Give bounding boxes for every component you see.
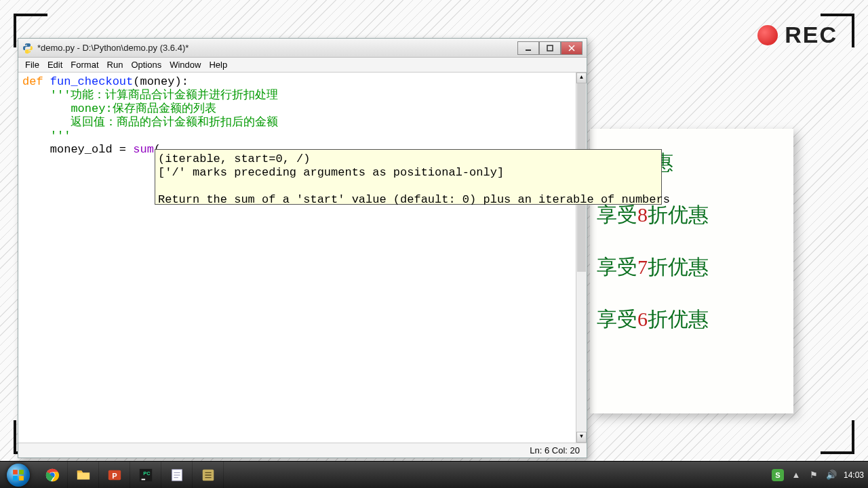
frame-corner-br — [821, 420, 854, 454]
start-button[interactable] — [0, 462, 37, 489]
menu-file[interactable]: File — [25, 60, 39, 70]
minimize-button[interactable] — [517, 41, 539, 55]
menu-edit[interactable]: Edit — [47, 60, 62, 70]
taskbar-powerpoint[interactable]: P — [99, 462, 130, 488]
clock[interactable]: 14:03 — [844, 470, 864, 480]
menubar: File Edit Format Run Options Window Help — [18, 58, 587, 73]
powerpoint-icon: P — [107, 468, 122, 483]
scroll-track[interactable] — [576, 83, 587, 432]
scroll-down-button[interactable]: ▼ — [576, 432, 587, 443]
menu-format[interactable]: Format — [71, 60, 98, 70]
code-editor[interactable]: def fun_checkout(money): '''功能：计算商品合计金额并… — [18, 73, 576, 443]
slide-line3: 享受7折优惠 — [597, 253, 787, 281]
python-icon — [22, 43, 33, 54]
taskbar-apps: P PC — [37, 462, 224, 488]
show-hidden-icon[interactable]: ▲ — [791, 470, 802, 481]
scroll-up-button[interactable]: ▲ — [576, 73, 587, 83]
close-button[interactable] — [561, 41, 583, 55]
menu-help[interactable]: Help — [209, 60, 227, 70]
window-title: *demo.py - D:\Python\demo.py (3.6.4)* — [37, 43, 517, 53]
system-tray: S ▲ ⚑ 🔊 14:03 — [772, 469, 864, 481]
taskbar: P PC S ▲ ⚑ 🔊 14:03 — [0, 461, 868, 488]
volume-icon[interactable]: 🔊 — [826, 470, 837, 481]
windows-orb-icon — [7, 464, 30, 487]
rec-label: REC — [785, 22, 837, 48]
menu-run[interactable]: Run — [107, 60, 123, 70]
svg-text:P: P — [112, 472, 117, 480]
folder-icon — [76, 468, 91, 483]
flag-icon[interactable]: ⚑ — [808, 470, 819, 481]
menu-options[interactable]: Options — [131, 60, 161, 70]
svg-rect-0 — [526, 49, 531, 51]
taskbar-chrome[interactable] — [37, 462, 68, 488]
record-icon — [757, 25, 778, 45]
cursor-position: Ln: 6 Col: 20 — [530, 445, 580, 455]
menu-window[interactable]: Window — [170, 60, 201, 70]
rec-indicator: REC — [757, 22, 837, 48]
taskbar-notepad[interactable] — [161, 462, 193, 488]
taskbar-editor2[interactable] — [193, 462, 224, 488]
ime-indicator[interactable]: S — [772, 469, 784, 481]
svg-text:PC: PC — [143, 470, 151, 476]
svg-rect-1 — [547, 45, 553, 51]
maximize-button[interactable] — [539, 41, 561, 55]
function-calltip: (iterable, start=0, /) ['/' marks preced… — [155, 149, 662, 205]
slide-line4: 享受6折优惠 — [597, 306, 787, 333]
pycharm-icon: PC — [138, 468, 153, 483]
chrome-icon — [45, 468, 60, 483]
idle-window: *demo.py - D:\Python\demo.py (3.6.4)* Fi… — [18, 38, 587, 458]
app-icon — [201, 468, 216, 483]
taskbar-pycharm[interactable]: PC — [130, 462, 161, 488]
titlebar[interactable]: *demo.py - D:\Python\demo.py (3.6.4)* — [18, 39, 587, 58]
statusbar: Ln: 6 Col: 20 — [18, 443, 587, 458]
notepad-icon — [170, 468, 184, 483]
taskbar-explorer[interactable] — [68, 462, 99, 488]
editor-scrollbar[interactable]: ▲ ▼ — [576, 73, 587, 443]
